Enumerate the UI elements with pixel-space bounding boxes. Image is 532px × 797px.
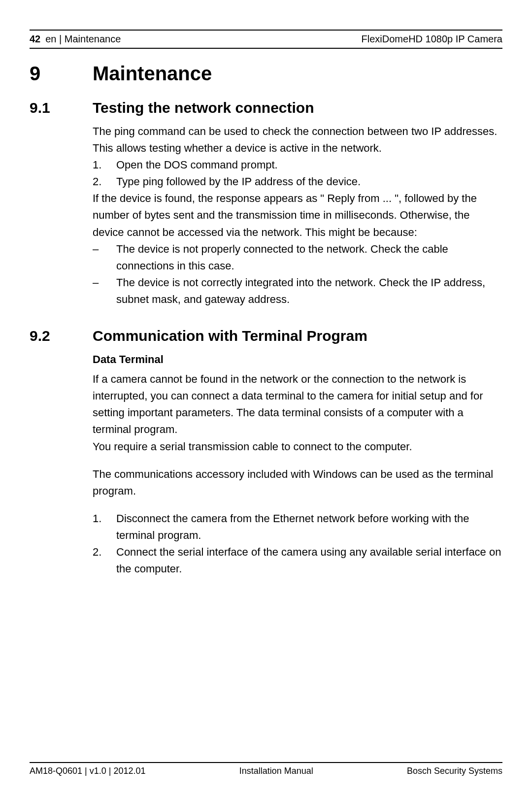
- section-heading-9-2: 9.2 Communication with Terminal Program: [30, 328, 502, 344]
- chapter-title: Maintenance: [93, 63, 212, 85]
- footer-line: AM18-Q0601 | v1.0 | 2012.01 Installation…: [30, 766, 502, 776]
- ordered-step-1: 1. Disconnect the camera from the Ethern…: [93, 510, 502, 544]
- header-left: 42 en | Maintenance: [30, 33, 121, 45]
- section-9-1-body: The ping command can be used to check th…: [93, 123, 502, 308]
- step-marker: 2.: [93, 544, 116, 577]
- page-number: 42: [30, 33, 40, 45]
- footer-right: Bosch Security Systems: [407, 766, 502, 776]
- spacer: [93, 499, 502, 510]
- paragraph: The ping command can be used to check th…: [93, 123, 502, 157]
- chapter-heading: 9 Maintenance: [30, 63, 502, 85]
- paragraph: If a camera cannot be found in the netwo…: [93, 371, 502, 438]
- section-9-2-body: Data Terminal If a camera cannot be foun…: [93, 351, 502, 577]
- section-heading-9-1: 9.1 Testing the network connection: [30, 100, 502, 116]
- bullet-text: The device is not correctly integrated i…: [116, 274, 502, 308]
- step-marker: 1.: [93, 157, 116, 173]
- ordered-step-1: 1. Open the DOS command prompt.: [93, 157, 502, 173]
- paragraph: If the device is found, the response app…: [93, 190, 502, 240]
- step-text: Connect the serial interface of the came…: [116, 544, 502, 577]
- section-title: Communication with Terminal Program: [93, 328, 367, 344]
- footer: AM18-Q0601 | v1.0 | 2012.01 Installation…: [30, 762, 502, 776]
- breadcrumb: en | Maintenance: [45, 33, 121, 45]
- header: 42 en | Maintenance FlexiDomeHD 1080p IP…: [30, 33, 502, 48]
- section-number: 9.2: [30, 328, 93, 344]
- header-rule-top: [30, 30, 502, 31]
- bullet-marker: –: [93, 274, 116, 308]
- bullet-item: – The device is not properly connected t…: [93, 241, 502, 274]
- footer-left: AM18-Q0601 | v1.0 | 2012.01: [30, 766, 146, 776]
- footer-rule: [30, 762, 502, 763]
- content: 9 Maintenance 9.1 Testing the network co…: [30, 49, 502, 577]
- step-marker: 1.: [93, 510, 116, 544]
- subheading: Data Terminal: [93, 351, 502, 368]
- bullet-text: The device is not properly connected to …: [116, 241, 502, 274]
- ordered-step-2: 2. Type ping followed by the IP address …: [93, 173, 502, 190]
- ordered-step-2: 2. Connect the serial interface of the c…: [93, 544, 502, 577]
- bullet-marker: –: [93, 241, 116, 274]
- header-product: FlexiDomeHD 1080p IP Camera: [362, 33, 502, 45]
- bullet-item: – The device is not correctly integrated…: [93, 274, 502, 308]
- chapter-number: 9: [30, 63, 93, 85]
- page: 42 en | Maintenance FlexiDomeHD 1080p IP…: [0, 0, 532, 797]
- step-text: Disconnect the camera from the Ethernet …: [116, 510, 502, 544]
- step-marker: 2.: [93, 173, 116, 190]
- section-title: Testing the network connection: [93, 100, 314, 116]
- step-text: Open the DOS command prompt.: [116, 157, 278, 173]
- paragraph: You require a serial transmission cable …: [93, 438, 502, 455]
- footer-center: Installation Manual: [239, 766, 313, 776]
- spacer: [93, 455, 502, 466]
- step-text: Type ping followed by the IP address of …: [116, 173, 361, 190]
- section-number: 9.1: [30, 100, 93, 116]
- paragraph: The communications accessory included wi…: [93, 466, 502, 499]
